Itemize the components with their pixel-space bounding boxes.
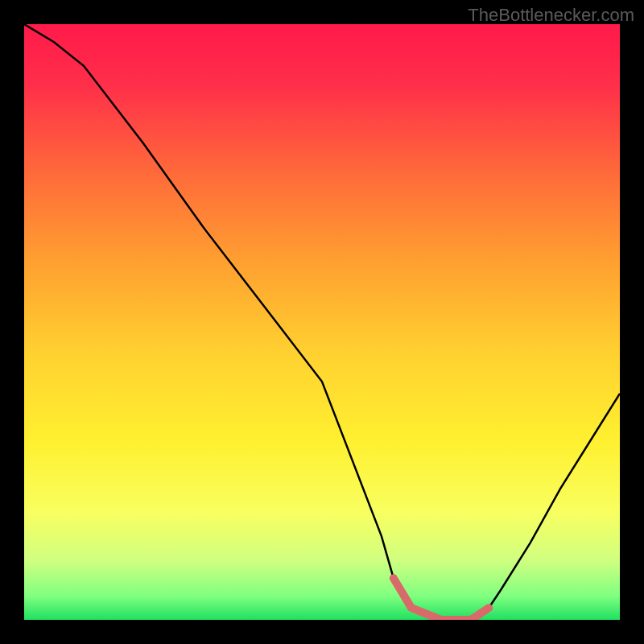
gradient-background xyxy=(24,24,620,620)
watermark-text: TheBottlenecker.com xyxy=(468,5,634,26)
chart-area xyxy=(24,24,620,620)
chart-svg xyxy=(24,24,620,620)
